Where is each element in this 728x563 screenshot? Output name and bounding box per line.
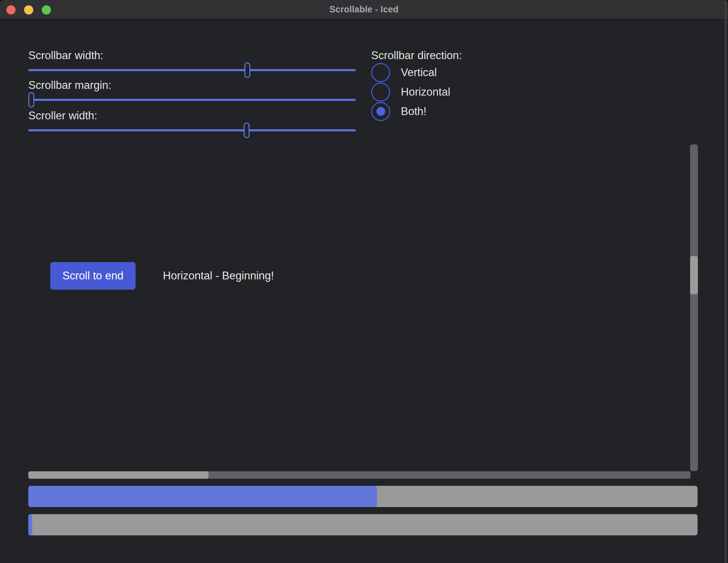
scrollbar-margin-label: Scrollbar margin: (28, 79, 111, 92)
app-window: Scrollable - Iced Scrollbar width: Scrol… (0, 0, 728, 563)
scroller-width-label: Scroller width: (28, 109, 97, 122)
slider-rail[interactable] (28, 129, 356, 131)
radio-option-vertical[interactable]: Vertical (371, 63, 437, 82)
horizontal-scrollbar-track[interactable] (28, 471, 690, 479)
radio-circle-icon[interactable] (371, 63, 390, 82)
horizontal-progress-bar (28, 486, 698, 507)
horizontal-progress-fill (28, 486, 377, 507)
scrollbar-margin-slider[interactable] (28, 92, 356, 108)
vertical-progress-bar (28, 514, 698, 535)
scrollbar-width-slider[interactable] (28, 62, 356, 78)
vertical-scrollbar-thumb[interactable] (690, 256, 698, 294)
slider-rail[interactable] (28, 69, 356, 71)
horizontal-scrollbar-thumb[interactable] (28, 471, 209, 479)
titlebar[interactable]: Scrollable - Iced (0, 0, 728, 19)
radio-circle-icon[interactable] (371, 83, 390, 102)
scroll-to-end-button[interactable]: Scroll to end (50, 262, 136, 290)
radio-option-both[interactable]: Both! (371, 102, 426, 121)
radio-dot-icon (376, 107, 385, 116)
slider-handle[interactable] (244, 62, 250, 78)
radio-option-horizontal[interactable]: Horizontal (371, 82, 450, 102)
radio-circle-icon[interactable] (371, 102, 390, 121)
slider-handle[interactable] (28, 92, 34, 108)
window-title: Scrollable - Iced (0, 0, 728, 19)
scroller-width-slider[interactable] (28, 123, 356, 138)
vertical-scrollbar-track[interactable] (690, 144, 698, 471)
vertical-progress-fill (28, 514, 32, 535)
slider-handle[interactable] (244, 123, 250, 138)
scrollbar-width-label: Scrollbar width: (28, 49, 103, 62)
scrollbar-direction-label: Scrollbar direction: (371, 49, 462, 62)
radio-label: Horizontal (401, 86, 450, 98)
window-right-edge (725, 0, 727, 563)
slider-rail[interactable] (28, 99, 356, 101)
radio-label: Vertical (401, 66, 437, 79)
radio-label: Both! (401, 105, 426, 118)
scroll-status-text: Horizontal - Beginning! (163, 262, 274, 290)
